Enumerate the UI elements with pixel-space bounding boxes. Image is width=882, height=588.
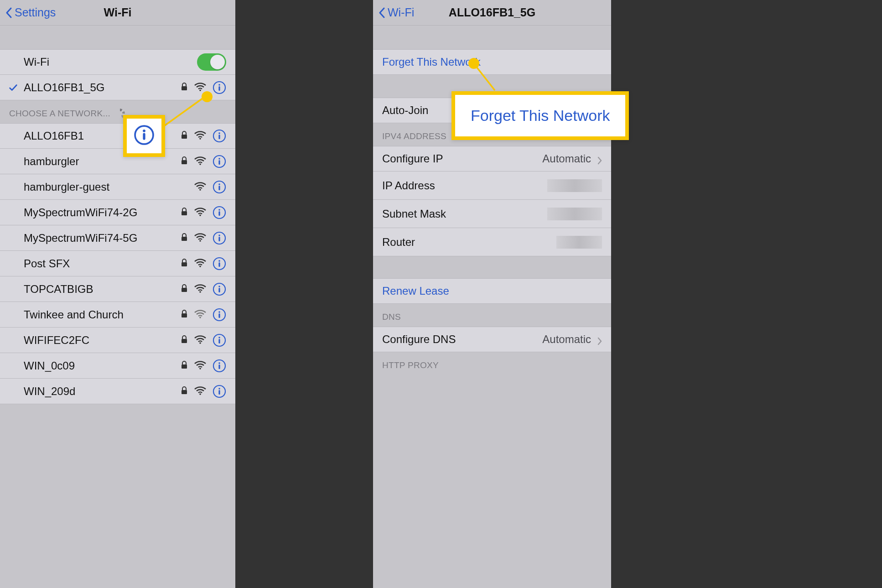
info-button[interactable] [213,155,226,168]
network-ssid: TOPCATBIGB [24,283,93,296]
network-row[interactable]: Twinkee and Church [0,302,235,328]
http-proxy-header: HTTP PROXY [373,352,611,375]
network-ssid: ALLO16FB1 [24,130,84,142]
svg-point-57 [218,388,220,390]
network-row[interactable]: MySpectrumWiFi74-2G [0,200,235,225]
network-row[interactable]: MySpectrumWiFi74-5G [0,225,235,251]
svg-point-35 [199,291,201,293]
svg-rect-29 [182,262,187,266]
svg-point-20 [199,214,201,216]
svg-rect-0 [182,86,187,90]
network-row[interactable]: hamburgler-guest [0,174,235,200]
wifi-icon [194,181,206,193]
lock-icon [181,334,188,347]
svg-point-47 [218,337,220,338]
lock-icon [181,232,188,245]
svg-rect-4 [218,86,220,91]
info-button[interactable] [213,257,226,271]
callout-dot [202,91,213,102]
wifi-toggle-row[interactable]: Wi-Fi [0,49,235,75]
network-ssid: Twinkee and Church [24,308,124,321]
info-button[interactable] [213,180,226,194]
callout-info-icon [123,115,165,157]
router-label: Router [382,236,415,249]
back-button[interactable]: Wi-Fi [379,6,414,19]
wifi-icon [194,283,206,296]
nav-title: Wi-Fi [104,6,132,19]
network-ssid: Post SFX [24,257,70,270]
info-button[interactable] [213,385,226,398]
svg-point-45 [199,342,201,344]
network-row[interactable]: ALLO16FB1 [0,123,235,149]
wifi-switch[interactable] [197,53,226,71]
svg-rect-39 [182,313,187,317]
network-ssid: WIN_209d [24,385,75,398]
lock-icon [181,308,188,321]
forget-network-row[interactable]: Forget This Network [373,49,611,75]
router-row: Router [373,228,611,256]
svg-point-6 [199,138,201,140]
subnet-label: Subnet Mask [382,208,446,220]
redacted-value [547,179,602,192]
renew-lease-row[interactable]: Renew Lease [373,278,611,304]
panel-gap [235,0,373,588]
chevron-right-icon [597,155,602,163]
svg-rect-44 [182,339,187,343]
svg-point-50 [199,368,201,369]
info-button[interactable] [213,81,226,94]
wifi-icon [194,257,206,270]
configure-ip-row[interactable]: Configure IP Automatic [373,146,611,172]
network-row[interactable]: Post SFX [0,251,235,276]
network-row[interactable]: WIN_0c09 [0,353,235,379]
configure-dns-row[interactable]: Configure DNS Automatic [373,327,611,352]
check-icon [8,83,18,93]
connected-network-row[interactable]: ALLO16FB1_5G [0,75,235,100]
lock-icon [181,257,188,270]
redacted-value [547,208,602,220]
svg-rect-33 [218,262,220,267]
network-row[interactable]: WIN_209d [0,379,235,404]
network-ssid: MySpectrumWiFi74-5G [24,232,137,245]
svg-point-1 [199,89,201,91]
network-ssid: WIN_0c09 [24,359,75,372]
svg-rect-18 [218,186,220,190]
svg-rect-54 [182,390,187,394]
wifi-toggle-label: Wi-Fi [24,56,49,68]
network-row[interactable]: TOPCATBIGB [0,276,235,302]
connected-ssid: ALLO16FB1_5G [24,81,104,94]
svg-point-17 [218,183,220,185]
svg-point-37 [218,286,220,287]
info-button[interactable] [213,206,226,219]
svg-point-52 [218,362,220,364]
switch-thumb [210,55,225,69]
dark-fill [611,0,882,588]
wifi-icon [194,232,206,245]
renew-lease-label: Renew Lease [382,285,449,297]
info-button[interactable] [213,129,226,143]
subnet-row: Subnet Mask [373,200,611,228]
info-button[interactable] [213,359,226,373]
svg-point-40 [199,317,201,318]
back-button[interactable]: Settings [5,6,56,19]
nav-title: ALLO16FB1_5G [449,6,535,19]
svg-rect-14 [218,160,220,165]
svg-rect-28 [218,237,220,241]
network-row[interactable]: hamburgler [0,149,235,174]
lock-icon [181,130,188,142]
back-label: Wi-Fi [388,6,414,19]
ip-address-label: IP Address [382,179,435,192]
lock-icon [181,359,188,372]
info-button[interactable] [213,282,226,296]
info-button[interactable] [213,231,226,245]
nav-bar: Settings Wi-Fi [0,0,235,26]
info-button[interactable] [213,308,226,322]
network-ssid: hamburgler-guest [24,181,109,193]
svg-rect-43 [218,313,220,318]
svg-point-62 [143,130,145,132]
info-button[interactable] [213,333,226,347]
configure-dns-label: Configure DNS [382,333,456,346]
choose-network-header: CHOOSE A NETWORK... [0,100,235,123]
network-row[interactable]: WIFIFEC2FC [0,328,235,353]
svg-point-25 [199,240,201,242]
chevron-left-icon [5,7,12,18]
